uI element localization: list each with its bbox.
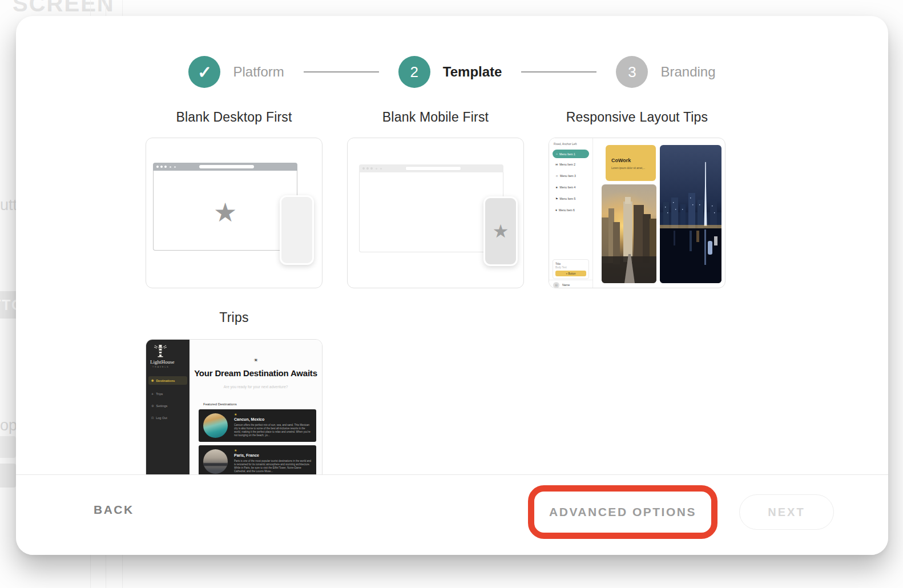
logout-icon: ⊡ [151,417,154,420]
star-icon: ★ [234,413,237,416]
plane-icon: ✈ [151,393,154,396]
menu-label: Destinations [156,379,175,382]
background-block [0,464,16,488]
preview-form-card: Title Body Text + Button [553,259,589,279]
check-glyph: ✓ [197,62,212,82]
browser-url-bar [199,165,254,168]
star-icon: ★ [154,199,297,225]
people-icon: ☺ [555,175,558,178]
cowork-body: Lorem ipsum dolor sit amet,... [611,167,645,170]
destination-name: Paris, France [234,453,259,457]
paris-photo [203,449,228,474]
menu-label: Menu Item 1 [559,152,575,156]
phone-mockup: ★ [483,196,518,266]
home-icon: ⌂ [556,152,558,155]
stepper-connector [521,71,596,73]
step-template[interactable]: 2 Template [398,56,502,88]
screen: SCREEN utt TTO op ✓ Platform [0,0,903,588]
user-name: Name [562,283,570,287]
preview-menu-item-5: ⚑ Menu Item 5 [555,197,575,200]
preview-user-row: ▤ Name [549,280,592,288]
template-card-trips[interactable]: LightHouse TRAVELS ◉ Destinations ✈ Trip… [146,339,322,474]
trips-heading: Your Dream Destination Awaits [190,368,322,378]
form-card-body: Body Text [555,266,586,269]
template-title-trips: Trips [146,310,322,325]
cowork-title: CoWork [611,158,631,163]
template-card-responsive-tips[interactable]: Fixed, Anchor Left ⌂ Menu Item 1 ✉ Menu … [549,138,725,288]
menu-label: Menu Item 4 [559,186,575,189]
browser-body: ★ [153,171,297,251]
advanced-options-button[interactable]: ADVANCED OPTIONS [534,492,711,533]
template-title-blank-desktop: Blank Desktop First [146,110,322,125]
menu-label: Menu Item 2 [559,163,575,166]
template-card-blank-mobile[interactable]: ★ [347,138,524,288]
form-card-title: Title [555,262,586,265]
background-text-fragment: op [0,417,17,434]
city-photo-day [602,184,656,283]
menu-label: Menu Item 5 [559,197,575,200]
star-icon: ★ [234,449,237,452]
template-wizard-dialog: ✓ Platform 2 Template 3 Branding [16,16,888,555]
destination-description: Paris is one of the most popular tourist… [234,460,312,474]
browser-titlebar [153,163,297,171]
trips-menu-settings: ⚙ Settings [151,404,167,408]
menu-label: Trips [156,392,163,396]
preview-menu-item-3: ☺ Menu Item 3 [555,174,576,178]
step-3-number: 3 [628,63,636,81]
sidebar-note: Fixed, Anchor Left [554,142,577,146]
phone-mockup [280,195,314,265]
menu-label: Menu Item 6 [559,208,575,212]
advanced-options-area: ADVANCED OPTIONS [528,485,717,539]
step-3-circle: 3 [616,56,648,88]
lighthouse-icon [153,343,168,358]
preview-menu-item-6: ♥ Menu Item 6 [555,208,575,212]
step-template-label: Template [443,64,502,80]
city-photo-night [660,145,721,283]
next-button[interactable]: NEXT [739,494,834,530]
wizard-stepper: ✓ Platform 2 Template 3 Branding [16,56,888,88]
pin-icon: ◉ [151,379,154,382]
background-block [0,436,16,458]
trips-menu-destinations: ◉ Destinations [148,376,187,385]
preview-cowork-card: CoWork Lorem ipsum dolor sit amet,... [606,145,656,181]
destination-description: Cancun offers the perfect mix of sun, se… [234,424,312,440]
destination-card-paris: ★ Paris, France Paris is one of the most… [199,445,316,474]
wizard-footer: BACK ADVANCED OPTIONS NEXT [16,474,888,555]
desktop-browser-mockup: ★ [153,163,297,251]
preview-menu-item-2: ✉ Menu Item 2 [555,163,575,166]
menu-label: Menu Item 3 [560,174,576,178]
cancun-photo [203,413,228,438]
menu-label: Log Out [156,416,167,420]
avatar: ▤ [553,282,559,288]
chat-icon: ✉ [555,163,558,166]
template-title-responsive-tips: Responsive Layout Tips [549,110,725,125]
back-button[interactable]: BACK [90,502,138,517]
desktop-browser-mockup [359,164,503,252]
template-title-blank-mobile: Blank Mobile First [347,110,524,125]
sun-icon: ☀ [190,357,322,363]
step-platform[interactable]: ✓ Platform [188,56,284,88]
step-branding[interactable]: 3 Branding [616,56,715,88]
menu-label: Settings [156,404,167,408]
template-card-blank-desktop[interactable]: ★ [146,138,322,288]
check-icon: ✓ [188,56,220,88]
trips-menu-trips: ✈ Trips [151,392,163,396]
featured-destinations-label: Featured Destinations [203,402,237,406]
trips-sidebar: LightHouse TRAVELS ◉ Destinations ✈ Trip… [146,340,190,474]
background-screen-title: SCREEN [13,0,115,17]
browser-url-bar [405,166,461,171]
browser-body [359,172,503,252]
brand-tagline: TRAVELS [152,366,170,368]
destination-name: Cancun, Mexico [234,417,264,421]
stepper-connector [304,71,379,73]
step-branding-label: Branding [660,64,715,80]
trips-subheading: Are you ready for your next adventure? [190,385,322,389]
background-text-fragment: utt [0,196,17,214]
preview-sidebar: Fixed, Anchor Left ⌂ Menu Item 1 ✉ Menu … [549,138,593,288]
destination-card-cancun: ★ Cancun, Mexico Cancun offers the perfe… [199,409,316,442]
star-icon: ★ [555,186,558,189]
star-icon: ★ [493,220,509,242]
browser-titlebar [359,164,503,172]
bookmark-icon: ⚑ [555,198,558,200]
step-2-number: 2 [410,63,418,81]
